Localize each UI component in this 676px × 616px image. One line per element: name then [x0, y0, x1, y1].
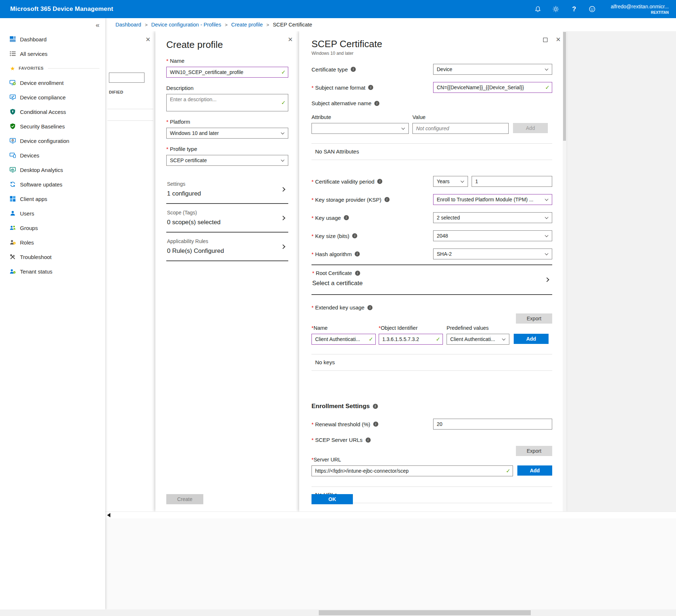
- san-add-button[interactable]: Add: [513, 123, 548, 133]
- breadcrumb-dashboard[interactable]: Dashboard: [115, 22, 141, 28]
- profile-name-field[interactable]: [170, 69, 279, 75]
- profiles-search-field[interactable]: [109, 73, 144, 82]
- info-icon[interactable]: [355, 271, 360, 276]
- breadcrumb-create-profile[interactable]: Create profile: [231, 22, 263, 28]
- eku-export-button[interactable]: Export: [516, 313, 552, 324]
- platform-dropdown[interactable]: Windows 10 and later: [166, 128, 288, 139]
- key-size-dropdown[interactable]: 2048: [433, 230, 552, 241]
- screen: Microsoft 365 Device Management ? alfred…: [0, 0, 676, 616]
- sidebar-item-device-compliance[interactable]: Device compliance: [0, 90, 105, 104]
- key-usage-dropdown[interactable]: 2 selected: [433, 212, 552, 223]
- san-value-field[interactable]: [416, 126, 500, 131]
- info-icon[interactable]: [373, 404, 378, 409]
- window-horizontal-scrollbar[interactable]: [0, 609, 676, 616]
- info-icon[interactable]: [367, 305, 372, 310]
- info-icon[interactable]: [373, 422, 378, 427]
- sidebar-item-conditional-access[interactable]: Conditional Access: [0, 104, 105, 119]
- eku-name-input[interactable]: [311, 334, 376, 345]
- root-certificate-section-link[interactable]: Root Certificate Select a certificate: [311, 264, 552, 295]
- sidebar-item-roles[interactable]: Roles: [0, 235, 105, 250]
- sidebar-item-users[interactable]: Users: [0, 206, 105, 221]
- certificate-type-dropdown[interactable]: Device: [433, 64, 552, 75]
- scroll-left-arrow-icon[interactable]: [107, 513, 110, 517]
- sidebar-item-client-apps[interactable]: Client apps: [0, 192, 105, 206]
- profiles-search-input[interactable]: [109, 73, 144, 83]
- scope-tags-caption: Scope (Tags): [167, 210, 288, 215]
- sidebar-item-dashboard[interactable]: Dashboard: [0, 32, 105, 46]
- sidebar-item-troubleshoot[interactable]: Troubleshoot: [0, 250, 105, 264]
- validity-value-input[interactable]: [472, 176, 552, 187]
- vertical-scrollbar-thumb[interactable]: [563, 32, 566, 141]
- help-icon[interactable]: ?: [565, 0, 583, 18]
- sidebar-item-label: Device configuration: [20, 138, 69, 144]
- sidebar-item-device-configuration[interactable]: Device configuration: [0, 134, 105, 148]
- sidebar-item-device-enrollment[interactable]: Device enrollment: [0, 75, 105, 90]
- ksp-label: Key storage provider (KSP): [311, 197, 382, 203]
- profile-name-input[interactable]: [166, 67, 288, 78]
- blade-horizontal-scrollbar[interactable]: [105, 512, 676, 518]
- description-field[interactable]: [170, 96, 279, 109]
- settings-section-link[interactable]: Settings 1 configured: [166, 175, 288, 204]
- applicability-rules-section-link[interactable]: Applicability Rules 0 Rule(s) Configured: [166, 233, 288, 261]
- info-icon[interactable]: [366, 438, 371, 443]
- server-url-input[interactable]: [311, 465, 513, 476]
- eku-oid-input[interactable]: [379, 334, 443, 345]
- info-icon[interactable]: [374, 101, 379, 106]
- vertical-scrollbar[interactable]: [563, 31, 566, 512]
- close-icon[interactable]: ×: [288, 36, 293, 44]
- eku-add-button[interactable]: Add: [514, 334, 549, 344]
- create-button[interactable]: Create: [166, 494, 203, 504]
- sidebar-item-software-updates[interactable]: Software updates: [0, 177, 105, 192]
- san-attribute-dropdown[interactable]: [311, 123, 409, 134]
- hash-algorithm-dropdown[interactable]: SHA-2: [433, 249, 552, 259]
- sidebar-item-devices[interactable]: Devices: [0, 148, 105, 163]
- renewal-threshold-input[interactable]: [433, 419, 552, 430]
- profiles-list-blade: × DIFIED: [105, 31, 155, 512]
- info-icon[interactable]: [351, 67, 356, 72]
- sidebar-item-groups[interactable]: Groups: [0, 221, 105, 235]
- info-icon[interactable]: [368, 85, 373, 90]
- maximize-icon[interactable]: [543, 38, 547, 42]
- info-icon[interactable]: [352, 233, 357, 238]
- validity-value-field[interactable]: [475, 178, 549, 184]
- feedback-smiley-icon[interactable]: [583, 0, 601, 18]
- info-icon[interactable]: [384, 197, 390, 202]
- renewal-threshold-field[interactable]: [437, 421, 549, 427]
- subject-name-format-input[interactable]: [433, 82, 552, 93]
- profile-type-dropdown[interactable]: SCEP certificate: [166, 155, 288, 166]
- close-icon[interactable]: ×: [146, 36, 150, 44]
- divider: [107, 109, 153, 109]
- server-url-field[interactable]: [315, 468, 504, 474]
- info-icon[interactable]: [377, 179, 382, 184]
- server-url-add-button[interactable]: Add: [517, 465, 552, 476]
- info-icon[interactable]: [355, 251, 360, 256]
- info-icon[interactable]: [344, 215, 349, 220]
- sidebar-collapse-button[interactable]: «: [95, 21, 99, 29]
- horizontal-scrollbar-thumb[interactable]: [319, 610, 531, 615]
- eku-predefined-dropdown[interactable]: Client Authenticati...: [447, 334, 509, 345]
- scope-tags-section-link[interactable]: Scope (Tags) 0 scope(s) selected: [166, 204, 288, 233]
- san-value-input[interactable]: [412, 123, 509, 134]
- notifications-bell-icon[interactable]: [529, 0, 547, 18]
- valid-check-icon: [281, 99, 286, 106]
- close-icon[interactable]: ×: [556, 36, 561, 44]
- urls-export-button[interactable]: Export: [516, 446, 552, 456]
- sidebar-item-desktop-analytics[interactable]: Desktop Analytics: [0, 163, 105, 177]
- top-bar-actions: ? alfredo@rextitan.onmicr... REXTITAN: [529, 0, 676, 18]
- eku-name-field[interactable]: [315, 336, 367, 342]
- validity-unit-dropdown[interactable]: Years: [433, 176, 468, 187]
- eku-oid-field[interactable]: [382, 336, 434, 342]
- sidebar-item-all-services[interactable]: All services: [0, 46, 105, 61]
- description-input[interactable]: [166, 94, 288, 111]
- sidebar-item-security-baselines[interactable]: Security Baselines: [0, 119, 105, 134]
- ksp-dropdown[interactable]: Enroll to Trusted Platform Module (TPM) …: [433, 194, 552, 205]
- ok-button[interactable]: OK: [311, 494, 353, 504]
- server-url-row: Add: [311, 465, 552, 476]
- eku-column-headers: Name Object Identifier Predefined values: [311, 325, 552, 331]
- settings-gear-icon[interactable]: [547, 0, 565, 18]
- sidebar-item-tenant-status[interactable]: Tenant status: [0, 264, 105, 279]
- subject-name-format-field[interactable]: [437, 85, 543, 90]
- hash-algorithm-label: Hash algorithm: [311, 251, 352, 257]
- breadcrumb-device-configuration-profiles[interactable]: Device configuration - Profiles: [151, 22, 221, 28]
- account-info[interactable]: alfredo@rextitan.onmicr... REXTITAN: [611, 3, 669, 15]
